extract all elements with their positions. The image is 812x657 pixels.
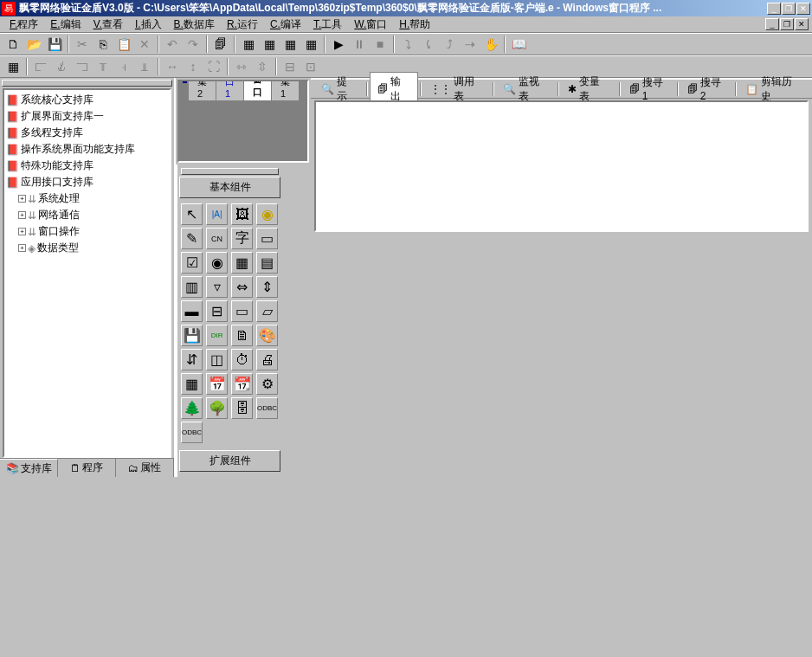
tab-support-lib[interactable]: 📚支持库 (0, 459, 58, 477)
align-left-button[interactable]: ⫍ (31, 57, 50, 76)
button-comp[interactable]: ▭ (256, 228, 278, 249)
grid2-comp[interactable]: ▤ (256, 252, 278, 274)
pause-button[interactable]: ⏸ (350, 35, 369, 54)
tree-item[interactable]: +⇊网络通信 (6, 207, 168, 223)
tree-item[interactable]: +⇊系统处理 (6, 190, 168, 207)
tree-item[interactable]: +◈数据类型 (6, 240, 168, 256)
tree2-comp[interactable]: 🌳 (206, 397, 228, 419)
menu-window[interactable]: W.窗口 (348, 16, 393, 33)
imelabel-comp[interactable]: CN (206, 228, 228, 249)
textlabel-comp[interactable]: 字 (231, 228, 253, 249)
tree-item[interactable]: 📕扩展界面支持库一 (6, 108, 168, 125)
undo-button[interactable]: ↶ (163, 35, 182, 54)
same-height-button[interactable]: ↕ (184, 57, 203, 76)
same-width-button[interactable]: ↔ (163, 57, 182, 76)
commondlg-comp[interactable]: ◫ (206, 349, 228, 370)
edit-comp[interactable]: ✎ (181, 228, 203, 249)
drivelist-comp[interactable]: 💾 (181, 325, 203, 346)
same-size-button[interactable]: ⛶ (204, 57, 223, 76)
port-comp[interactable]: ⚙ (256, 373, 278, 395)
db4-button[interactable]: ▦ (301, 35, 320, 54)
save-button[interactable]: 💾 (45, 35, 64, 54)
listbox-comp[interactable]: ▥ (181, 276, 203, 298)
step-into-button[interactable]: ⤹ (419, 35, 438, 54)
tree-item[interactable]: 📕系统核心支持库 (6, 92, 168, 108)
picture-comp[interactable]: 🖼 (231, 203, 253, 225)
mdi-restore-button[interactable]: ❐ (780, 18, 794, 30)
align-center-h-button[interactable]: ⫝̸ (52, 57, 71, 76)
knowledge-button[interactable]: 📖 (509, 35, 528, 54)
center-h-button[interactable]: ⊟ (280, 57, 300, 76)
tab-comp[interactable]: ▭ (231, 300, 253, 322)
menu-database[interactable]: B.数据库 (168, 16, 221, 33)
print-comp[interactable]: 🖨 (256, 349, 278, 370)
minimize-button[interactable]: _ (767, 3, 781, 15)
hspace-button[interactable]: ⇿ (232, 57, 251, 76)
menu-view[interactable]: V.查看 (87, 16, 129, 33)
filelist-comp[interactable]: 🗎 (231, 325, 253, 346)
tab-program[interactable]: 🗒程序 (58, 459, 116, 477)
align-middle-button[interactable]: ⫞ (114, 57, 133, 76)
tree1-comp[interactable]: 🌲 (181, 397, 203, 419)
selection-handle[interactable] (183, 80, 187, 83)
grid1-comp[interactable]: ▦ (231, 252, 253, 274)
odbc2-comp[interactable]: ODBC (181, 422, 203, 443)
menu-help[interactable]: H.帮助 (393, 16, 436, 33)
stop-button[interactable]: ■ (371, 35, 390, 54)
vspace-button[interactable]: ⇳ (253, 57, 272, 76)
timer-comp[interactable]: ⏱ (231, 349, 253, 370)
expand-icon[interactable]: + (18, 195, 26, 203)
tree-item[interactable]: 📕特殊功能支持库 (6, 158, 168, 174)
step-out-button[interactable]: ⤴ (440, 35, 459, 54)
expand-icon[interactable]: + (18, 244, 26, 252)
frame-comp[interactable]: ▱ (256, 300, 278, 322)
colorpick-comp[interactable]: 🎨 (256, 325, 278, 346)
db-comp[interactable]: 🗄 (231, 397, 253, 419)
menu-tools[interactable]: T.工具 (307, 16, 348, 33)
breakpoint-button[interactable]: ✋ (481, 35, 500, 54)
mdi-minimize-button[interactable]: _ (765, 18, 779, 30)
menu-insert[interactable]: I.插入 (129, 16, 168, 33)
vscroll-comp[interactable]: ⇕ (256, 276, 278, 298)
tree-item[interactable]: 📕多线程支持库 (6, 125, 168, 141)
radio-comp[interactable]: ◉ (206, 252, 228, 274)
close-button[interactable]: ✕ (796, 3, 810, 15)
copy-button[interactable]: ⎘ (93, 35, 113, 54)
menu-compile[interactable]: C.编译 (264, 16, 307, 33)
align-bottom-button[interactable]: ⫫ (135, 57, 154, 76)
paste-button[interactable]: 📋 (114, 35, 133, 54)
align-right-button[interactable]: ⫎ (73, 57, 92, 76)
support-lib-tree[interactable]: 📕系统核心支持库 📕扩展界面支持库一 📕多线程支持库 📕操作系统界面功能支持库 … (3, 88, 171, 458)
menu-program[interactable]: F.程序 (3, 16, 44, 33)
tab-windowset1[interactable]: 窗口程序集1 (271, 80, 300, 100)
run-to-button[interactable]: ⇢ (461, 35, 480, 54)
tab-startup-window[interactable]: _启动窗口 (243, 80, 272, 100)
pointer-tool[interactable]: ↖ (181, 203, 203, 225)
tree-item[interactable]: 📕操作系统界面功能支持库 (6, 141, 168, 158)
checkbox-comp[interactable]: ☑ (181, 252, 203, 274)
shape-comp[interactable]: ◉ (256, 203, 278, 225)
tab-windowset2[interactable]: 窗口程序集2 (188, 80, 216, 100)
combo-comp[interactable]: ▿ (206, 276, 228, 298)
tree-item[interactable]: +⇊窗口操作 (6, 223, 168, 240)
slider-comp[interactable]: ⊟ (206, 300, 228, 322)
hscroll-comp[interactable]: ⇔ (231, 276, 253, 298)
tree-item[interactable]: 📕应用接口支持库 (6, 174, 168, 190)
db2-button[interactable]: ▦ (260, 35, 279, 54)
progress-comp[interactable]: ▬ (181, 300, 203, 322)
datepick-comp[interactable]: 📆 (231, 373, 253, 395)
form-designer[interactable]: 飘零网络验证金盾v3.01版-客户端 (177, 80, 309, 163)
odbc-comp[interactable]: ODBC (256, 397, 278, 419)
panel-handle[interactable] (181, 168, 279, 175)
tab-properties[interactable]: 🗂属性 (116, 459, 174, 477)
output-area[interactable] (314, 100, 809, 232)
basic-components-header[interactable]: 基本组件 (179, 177, 280, 198)
grid-button[interactable]: ▦ (3, 57, 23, 76)
delete-button[interactable]: ✕ (135, 35, 154, 54)
new-button[interactable]: 🗋 (3, 35, 23, 54)
db3-button[interactable]: ▦ (280, 35, 300, 54)
open-button[interactable]: 📂 (24, 35, 43, 54)
label-comp[interactable]: |A| (206, 203, 228, 225)
extend-components-header[interactable]: 扩展组件 (179, 450, 280, 472)
tab-window1[interactable]: 窗口1 (216, 80, 244, 100)
